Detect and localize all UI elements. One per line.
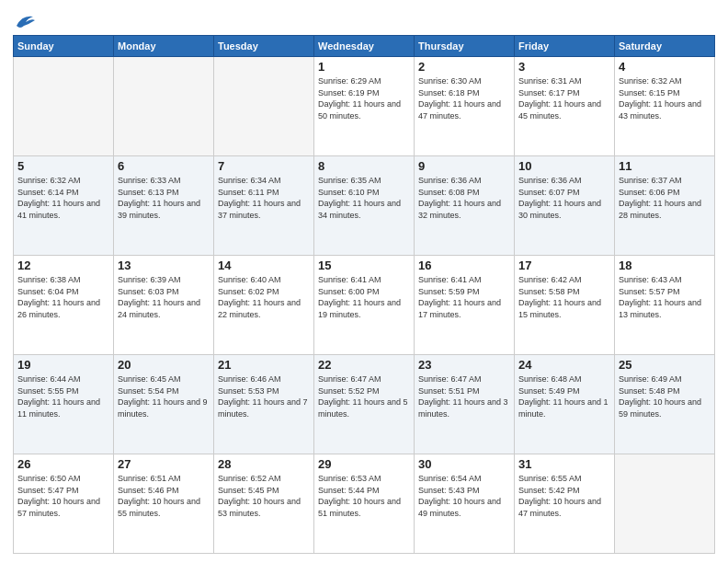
cell-info: Sunrise: 6:49 AMSunset: 5:48 PMDaylight:…: [619, 373, 711, 419]
calendar-cell: 5Sunrise: 6:32 AMSunset: 6:14 PMDaylight…: [14, 156, 114, 256]
calendar-week-row: 12Sunrise: 6:38 AMSunset: 6:04 PMDayligh…: [14, 256, 715, 355]
cell-info: Sunrise: 6:54 AMSunset: 5:43 PMDaylight:…: [418, 473, 510, 519]
calendar-cell: 22Sunrise: 6:47 AMSunset: 5:52 PMDayligh…: [314, 355, 415, 454]
calendar-cell: 19Sunrise: 6:44 AMSunset: 5:55 PMDayligh…: [14, 355, 114, 454]
calendar-cell: 21Sunrise: 6:46 AMSunset: 5:53 PMDayligh…: [214, 355, 314, 454]
calendar-table: SundayMondayTuesdayWednesdayThursdayFrid…: [13, 35, 715, 554]
day-number: 12: [17, 259, 109, 272]
cell-info: Sunrise: 6:29 AMSunset: 6:19 PMDaylight:…: [318, 75, 410, 121]
calendar-header-row: SundayMondayTuesdayWednesdayThursdayFrid…: [14, 36, 715, 57]
weekday-header-friday: Friday: [515, 36, 615, 57]
cell-info: Sunrise: 6:30 AMSunset: 6:18 PMDaylight:…: [418, 75, 510, 121]
cell-info: Sunrise: 6:48 AMSunset: 5:49 PMDaylight:…: [518, 373, 610, 419]
calendar-cell: 11Sunrise: 6:37 AMSunset: 6:06 PMDayligh…: [615, 156, 715, 256]
calendar-cell: 27Sunrise: 6:51 AMSunset: 5:46 PMDayligh…: [114, 454, 214, 554]
calendar-cell: 17Sunrise: 6:42 AMSunset: 5:58 PMDayligh…: [515, 256, 615, 355]
day-number: 9: [418, 159, 510, 173]
cell-info: Sunrise: 6:44 AMSunset: 5:55 PMDaylight:…: [17, 373, 109, 419]
cell-info: Sunrise: 6:46 AMSunset: 5:53 PMDaylight:…: [218, 373, 310, 419]
cell-info: Sunrise: 6:34 AMSunset: 6:11 PMDaylight:…: [218, 175, 310, 221]
cell-info: Sunrise: 6:50 AMSunset: 5:47 PMDaylight:…: [17, 473, 109, 519]
cell-info: Sunrise: 6:31 AMSunset: 6:17 PMDaylight:…: [518, 75, 610, 121]
calendar-cell: 12Sunrise: 6:38 AMSunset: 6:04 PMDayligh…: [14, 256, 114, 355]
calendar-cell: [214, 57, 314, 156]
weekday-header-wednesday: Wednesday: [314, 36, 415, 57]
calendar-cell: 18Sunrise: 6:43 AMSunset: 5:57 PMDayligh…: [615, 256, 715, 355]
cell-info: Sunrise: 6:52 AMSunset: 5:45 PMDaylight:…: [218, 473, 310, 519]
day-number: 29: [318, 457, 410, 471]
day-number: 16: [418, 259, 510, 272]
calendar-cell: 9Sunrise: 6:36 AMSunset: 6:08 PMDaylight…: [415, 156, 515, 256]
calendar-cell: 13Sunrise: 6:39 AMSunset: 6:03 PMDayligh…: [114, 256, 214, 355]
day-number: 7: [218, 159, 310, 173]
day-number: 19: [17, 358, 109, 372]
calendar-cell: 14Sunrise: 6:40 AMSunset: 6:02 PMDayligh…: [214, 256, 314, 355]
day-number: 26: [17, 457, 109, 471]
calendar-week-row: 26Sunrise: 6:50 AMSunset: 5:47 PMDayligh…: [14, 454, 715, 554]
cell-info: Sunrise: 6:47 AMSunset: 5:51 PMDaylight:…: [418, 373, 510, 419]
day-number: 21: [218, 358, 310, 372]
weekday-header-tuesday: Tuesday: [214, 36, 314, 57]
calendar-cell: 16Sunrise: 6:41 AMSunset: 5:59 PMDayligh…: [415, 256, 515, 355]
calendar-cell: 23Sunrise: 6:47 AMSunset: 5:51 PMDayligh…: [415, 355, 515, 454]
day-number: 3: [518, 60, 610, 74]
calendar-cell: 31Sunrise: 6:55 AMSunset: 5:42 PMDayligh…: [515, 454, 615, 554]
calendar-cell: 4Sunrise: 6:32 AMSunset: 6:15 PMDaylight…: [615, 57, 715, 156]
logo-bird-icon: [15, 13, 35, 29]
day-number: 28: [218, 457, 310, 471]
day-number: 1: [318, 60, 410, 74]
cell-info: Sunrise: 6:43 AMSunset: 5:57 PMDaylight:…: [619, 274, 711, 320]
day-number: 23: [418, 358, 510, 372]
day-number: 11: [619, 159, 711, 173]
weekday-header-sunday: Sunday: [14, 36, 114, 57]
cell-info: Sunrise: 6:35 AMSunset: 6:10 PMDaylight:…: [318, 175, 410, 221]
logo: [13, 13, 35, 29]
calendar-cell: 29Sunrise: 6:53 AMSunset: 5:44 PMDayligh…: [314, 454, 415, 554]
cell-info: Sunrise: 6:41 AMSunset: 6:00 PMDaylight:…: [318, 274, 410, 320]
cell-info: Sunrise: 6:32 AMSunset: 6:14 PMDaylight:…: [17, 175, 109, 221]
calendar-cell: 7Sunrise: 6:34 AMSunset: 6:11 PMDaylight…: [214, 156, 314, 256]
calendar-cell: 28Sunrise: 6:52 AMSunset: 5:45 PMDayligh…: [214, 454, 314, 554]
calendar-cell: 6Sunrise: 6:33 AMSunset: 6:13 PMDaylight…: [114, 156, 214, 256]
cell-info: Sunrise: 6:36 AMSunset: 6:08 PMDaylight:…: [418, 175, 510, 221]
calendar-cell: 24Sunrise: 6:48 AMSunset: 5:49 PMDayligh…: [515, 355, 615, 454]
cell-info: Sunrise: 6:55 AMSunset: 5:42 PMDaylight:…: [518, 473, 610, 519]
calendar-cell: 3Sunrise: 6:31 AMSunset: 6:17 PMDaylight…: [515, 57, 615, 156]
day-number: 18: [619, 259, 711, 272]
calendar-cell: 2Sunrise: 6:30 AMSunset: 6:18 PMDaylight…: [415, 57, 515, 156]
weekday-header-monday: Monday: [114, 36, 214, 57]
cell-info: Sunrise: 6:53 AMSunset: 5:44 PMDaylight:…: [318, 473, 410, 519]
day-number: 13: [118, 259, 210, 272]
page: SundayMondayTuesdayWednesdayThursdayFrid…: [0, 0, 728, 563]
day-number: 22: [318, 358, 410, 372]
day-number: 8: [318, 159, 410, 173]
day-number: 10: [518, 159, 610, 173]
calendar-cell: 20Sunrise: 6:45 AMSunset: 5:54 PMDayligh…: [114, 355, 214, 454]
day-number: 5: [17, 159, 109, 173]
day-number: 17: [518, 259, 610, 272]
cell-info: Sunrise: 6:45 AMSunset: 5:54 PMDaylight:…: [118, 373, 210, 419]
calendar-cell: [615, 454, 715, 554]
day-number: 14: [218, 259, 310, 272]
day-number: 20: [118, 358, 210, 372]
day-number: 30: [418, 457, 510, 471]
calendar-cell: 10Sunrise: 6:36 AMSunset: 6:07 PMDayligh…: [515, 156, 615, 256]
calendar-week-row: 5Sunrise: 6:32 AMSunset: 6:14 PMDaylight…: [14, 156, 715, 256]
calendar-cell: 8Sunrise: 6:35 AMSunset: 6:10 PMDaylight…: [314, 156, 415, 256]
day-number: 25: [619, 358, 711, 372]
day-number: 4: [619, 60, 711, 74]
cell-info: Sunrise: 6:39 AMSunset: 6:03 PMDaylight:…: [118, 274, 210, 320]
day-number: 31: [518, 457, 610, 471]
day-number: 15: [318, 259, 410, 272]
cell-info: Sunrise: 6:32 AMSunset: 6:15 PMDaylight:…: [619, 75, 711, 121]
calendar-cell: 15Sunrise: 6:41 AMSunset: 6:00 PMDayligh…: [314, 256, 415, 355]
calendar-week-row: 19Sunrise: 6:44 AMSunset: 5:55 PMDayligh…: [14, 355, 715, 454]
cell-info: Sunrise: 6:40 AMSunset: 6:02 PMDaylight:…: [218, 274, 310, 320]
day-number: 6: [118, 159, 210, 173]
cell-info: Sunrise: 6:33 AMSunset: 6:13 PMDaylight:…: [118, 175, 210, 221]
weekday-header-saturday: Saturday: [615, 36, 715, 57]
calendar-cell: [114, 57, 214, 156]
day-number: 27: [118, 457, 210, 471]
day-number: 2: [418, 60, 510, 74]
calendar-cell: [14, 57, 114, 156]
